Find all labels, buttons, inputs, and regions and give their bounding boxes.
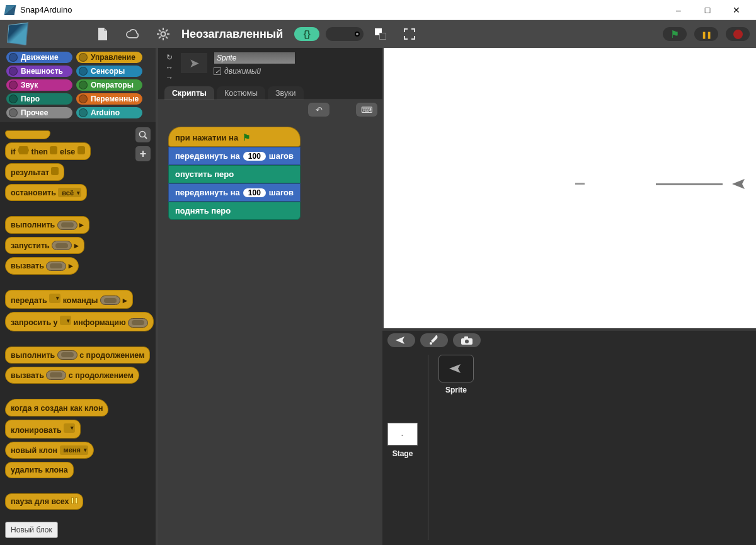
number-input[interactable]: 100	[243, 152, 266, 161]
block-run-cont[interactable]: выполнить с продолжением	[5, 347, 150, 364]
sprite-on-stage[interactable]	[730, 178, 747, 190]
expand-arrow-icon[interactable]	[74, 241, 79, 250]
category-sound[interactable]: Звук	[6, 79, 72, 91]
category-vars[interactable]: Переменные	[76, 93, 142, 105]
stage[interactable]	[382, 48, 756, 328]
make-block-button[interactable]: +	[135, 146, 151, 161]
category-looks[interactable]: Внешность	[6, 66, 72, 77]
go-button[interactable]	[663, 27, 687, 41]
stepping-slider[interactable]	[326, 27, 364, 41]
bool-slot[interactable]	[18, 146, 29, 154]
block-label: поднять перо	[175, 206, 231, 215]
block-delete-clone[interactable]: удалить клона	[5, 462, 74, 478]
expand-arrow-icon[interactable]	[123, 296, 127, 305]
stop-button[interactable]	[726, 27, 750, 41]
block-clone[interactable]: клонировать	[5, 420, 81, 439]
maximize-button[interactable]: □	[693, 1, 722, 20]
block-launch[interactable]: запустить	[5, 237, 84, 255]
block-move-steps[interactable]: передвинуть на 100 шагов	[168, 147, 301, 165]
corral-sprite-thumbnail[interactable]	[438, 355, 474, 382]
block-move-steps[interactable]: передвинуть на 100 шагов	[168, 183, 301, 202]
tab-costumes[interactable]: Костюмы	[217, 86, 265, 100]
block-tell[interactable]: передать команды	[5, 290, 133, 309]
corral-toolbar	[382, 331, 756, 350]
cmd-slot[interactable]	[50, 146, 57, 154]
expand-arrow-icon[interactable]	[79, 221, 84, 229]
stage-panel: Stage Sprite	[382, 48, 756, 545]
category-selector: ДвижениеУправлениеВнешностьСенсорыЗвукОп…	[0, 48, 156, 122]
number-input[interactable]: 100	[243, 188, 266, 197]
file-menu-icon[interactable]	[96, 27, 110, 41]
window-titlebar: Snap4Arduino – □ ✕	[0, 0, 756, 20]
ring-slot[interactable]	[100, 295, 120, 305]
input-slot[interactable]	[51, 167, 59, 175]
undo-button[interactable]: ↶	[308, 103, 329, 117]
project-title[interactable]: Неозаглавленный	[181, 28, 283, 41]
minimize-button[interactable]: –	[664, 1, 693, 20]
app-logo-icon[interactable]	[7, 23, 28, 46]
category-motion[interactable]: Движение	[6, 52, 72, 63]
draggable-checkbox[interactable]: ✓ движимый	[214, 67, 295, 76]
ring-slot[interactable]	[52, 241, 72, 250]
ring-slot[interactable]	[57, 221, 77, 230]
ring-slot[interactable]	[46, 370, 66, 380]
category-pen[interactable]: Перо	[6, 93, 72, 105]
block-call[interactable]: вызвать	[5, 257, 79, 275]
dropdown[interactable]	[49, 294, 60, 303]
block-palette[interactable]: + if then else результат остановить всё	[0, 122, 156, 545]
new-block-button[interactable]: Новый блок	[5, 522, 58, 538]
search-blocks-button[interactable]	[135, 127, 151, 142]
block-pen-down[interactable]: опустить перо	[168, 165, 301, 183]
dropdown[interactable]: меня	[60, 445, 88, 455]
category-control[interactable]: Управление	[76, 52, 142, 63]
block-pause-all[interactable]: пауза для всех	[5, 493, 83, 510]
block-label: пауза для всех	[11, 497, 69, 506]
block-stop[interactable]: остановить всё	[5, 184, 87, 201]
ring-slot[interactable]	[57, 350, 77, 360]
block-ask[interactable]: запросить у информацию	[5, 312, 154, 331]
settings-menu-icon[interactable]	[156, 27, 170, 41]
close-button[interactable]: ✕	[722, 1, 751, 20]
pause-button[interactable]	[694, 27, 718, 41]
rotation-rotate-button[interactable]: ↻	[164, 53, 175, 62]
block-call-cont[interactable]: вызвать с продолжением	[5, 367, 139, 384]
keyboard-entry-button[interactable]: ⌨	[356, 103, 377, 117]
new-turtle-sprite-button[interactable]	[387, 333, 415, 347]
tab-scripts[interactable]: Скрипты	[164, 86, 214, 100]
stepping-toggle[interactable]	[294, 27, 319, 41]
rotation-flip-button[interactable]: ↔	[164, 63, 175, 72]
scripts-canvas[interactable]: ↶ ⌨ при нажатии на передвинуть на 100 ша…	[158, 100, 382, 545]
ring-slot[interactable]	[128, 318, 148, 328]
block-cshape-fragment[interactable]	[5, 130, 50, 139]
sprite-thumbnail[interactable]: ➤	[181, 53, 207, 73]
tab-sounds[interactable]: Звуки	[268, 86, 304, 100]
stage-size-toggle[interactable]	[375, 28, 386, 40]
svg-point-0	[161, 32, 166, 37]
dropdown[interactable]	[64, 423, 75, 433]
category-sensing[interactable]: Сенсоры	[76, 66, 142, 77]
category-arduino[interactable]: Arduino	[76, 107, 142, 118]
category-other[interactable]: Прочее	[6, 107, 72, 118]
ring-slot[interactable]	[46, 261, 66, 271]
expand-arrow-icon[interactable]	[69, 261, 73, 270]
block-when-flag[interactable]: при нажатии на	[168, 127, 301, 147]
block-report[interactable]: результат	[5, 163, 64, 181]
block-if-then-else[interactable]: if then else	[5, 142, 91, 160]
block-when-clone[interactable]: когда я создан как клон	[5, 399, 108, 416]
camera-sprite-button[interactable]	[453, 333, 481, 347]
block-run[interactable]: выполнить	[5, 216, 89, 234]
cloud-menu-icon[interactable]	[126, 27, 140, 41]
sprite-name-input[interactable]	[214, 52, 295, 64]
block-pen-up[interactable]: поднять перо	[168, 202, 301, 220]
block-label: когда я создан как клон	[11, 404, 103, 413]
fullscreen-icon[interactable]	[403, 27, 416, 41]
block-new-clone[interactable]: новый клон меня	[5, 442, 94, 459]
cmd-slot[interactable]	[77, 146, 85, 154]
script-stack[interactable]: при нажатии на передвинуть на 100 шагов …	[168, 127, 301, 220]
rotation-none-button[interactable]: →	[164, 73, 175, 82]
stage-thumbnail[interactable]	[387, 423, 418, 445]
dropdown[interactable]: всё	[58, 188, 81, 197]
category-ops[interactable]: Операторы	[76, 79, 142, 91]
paint-sprite-button[interactable]	[420, 333, 448, 347]
dropdown[interactable]	[60, 316, 71, 325]
